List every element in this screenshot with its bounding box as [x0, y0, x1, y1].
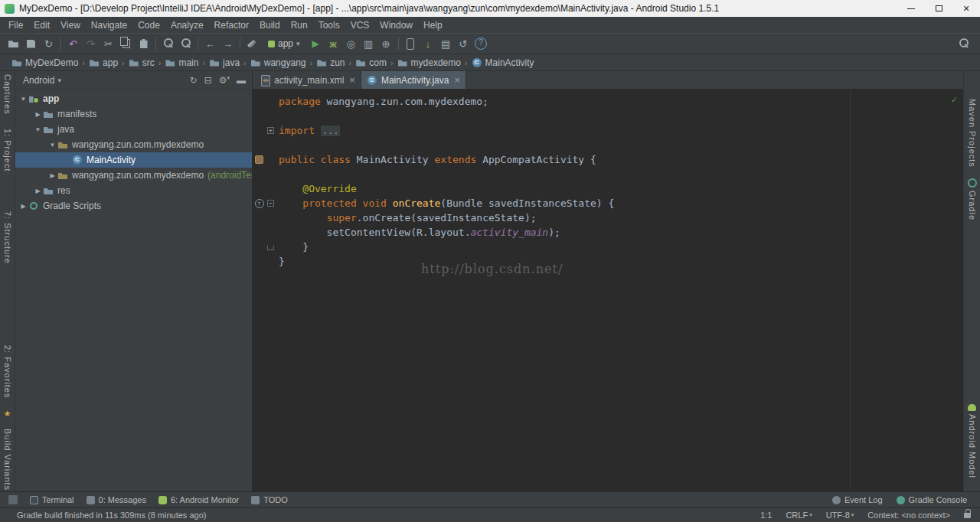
code-line[interactable]: package wangyang.zun.com.mydexdemo; — [279, 94, 963, 109]
fold-collapse-icon[interactable]: − — [267, 200, 274, 207]
inspection-status-icon[interactable]: ✓ — [952, 94, 957, 105]
bottom-tool-6-android-monitor[interactable]: 6: Android Monitor — [153, 492, 244, 507]
attach-debugger-icon[interactable] — [377, 35, 395, 52]
menu-item-analyze[interactable]: Analyze — [165, 20, 209, 31]
menu-item-navigate[interactable]: Navigate — [86, 20, 132, 31]
expand-arrow-icon[interactable]: ▼ — [33, 126, 43, 133]
sdk-manager-icon[interactable] — [420, 35, 437, 52]
paste-icon[interactable] — [135, 35, 152, 52]
open-icon[interactable] — [5, 35, 22, 52]
settings-icon[interactable]: ⚙ — [219, 75, 230, 85]
breadcrumb-wangyang[interactable]: wangyang — [250, 57, 307, 68]
run-config-selector[interactable]: app▾ — [263, 36, 305, 51]
tool-button-android-model[interactable]: Android Model — [968, 414, 977, 478]
sync-icon[interactable]: ↻ — [190, 76, 198, 85]
expand-arrow-icon[interactable]: ▶ — [47, 172, 57, 179]
menu-item-code[interactable]: Code — [132, 20, 165, 31]
tree-item-java[interactable]: ▼java — [15, 122, 252, 137]
menu-item-refactor[interactable]: Refactor — [209, 20, 254, 31]
close-tab-icon[interactable]: × — [349, 74, 355, 86]
android-icon[interactable] — [968, 404, 976, 411]
code-line[interactable] — [279, 138, 963, 152]
fold-end-icon[interactable] — [267, 246, 274, 250]
debug-icon[interactable] — [325, 35, 342, 52]
code-line[interactable]: import ... — [279, 123, 963, 138]
gradle-icon[interactable] — [968, 178, 977, 188]
close-button[interactable]: × — [952, 0, 980, 17]
bottom-tool-todo[interactable]: TODO — [246, 492, 293, 507]
help-icon[interactable] — [472, 35, 490, 52]
code-line[interactable]: super.onCreate(savedInstanceState); — [279, 210, 963, 225]
breadcrumb-mydexdemo[interactable]: MyDexDemo — [11, 57, 79, 68]
tree-item-wangyang-zun-com-mydexdemo-androidtest[interactable]: ▶wangyang.zun.com.mydexdemo(androidTest) — [15, 168, 252, 183]
forward-icon[interactable] — [219, 35, 237, 52]
tree-item-wangyang-zun-com-mydexdemo[interactable]: ▼wangyang.zun.com.mydexdemo — [15, 137, 252, 152]
menu-item-help[interactable]: Help — [418, 20, 448, 31]
code-line[interactable] — [279, 109, 963, 123]
code-area[interactable]: package wangyang.zun.com.mydexdemo; impo… — [276, 90, 963, 491]
profiler-icon[interactable] — [360, 35, 377, 52]
tree-item-gradle-scripts[interactable]: ▶Gradle Scripts — [15, 198, 252, 214]
code-line[interactable] — [279, 167, 963, 181]
cut-icon[interactable] — [100, 35, 117, 52]
menu-item-window[interactable]: Window — [374, 20, 418, 31]
lock-icon[interactable] — [964, 513, 971, 518]
tab-mainactivity-java[interactable]: MainActivity.java× — [361, 71, 466, 89]
expand-arrow-icon[interactable]: ▼ — [18, 96, 28, 103]
collapse-all-icon[interactable]: ⊟ — [204, 76, 212, 85]
tool-button-7-structure[interactable]: 7: Structure — [3, 211, 12, 264]
override-gutter-icon[interactable]: ↑ — [255, 199, 264, 208]
breadcrumb-java[interactable]: java — [208, 57, 240, 68]
tree-item-mainactivity[interactable]: MainActivity — [15, 152, 252, 168]
breadcrumb-mainactivity[interactable]: MainActivity — [471, 57, 535, 68]
hide-icon[interactable]: ▬ — [237, 76, 246, 85]
menu-item-view[interactable]: View — [55, 20, 86, 31]
back-icon[interactable] — [201, 35, 219, 52]
star-icon[interactable] — [4, 406, 11, 419]
find-icon[interactable] — [159, 35, 177, 52]
tool-button-build-variants[interactable]: Build Variants — [3, 429, 12, 491]
context-indicator[interactable]: Context: <no context> — [867, 511, 950, 520]
editor[interactable]: +↑− package wangyang.zun.com.mydexdemo; … — [253, 90, 963, 491]
breadcrumb-zun[interactable]: zun — [315, 57, 345, 68]
breadcrumb-com[interactable]: com — [354, 57, 387, 68]
tool-button-2-favorites[interactable]: 2: Favorites — [3, 345, 12, 398]
tree-item-manifests[interactable]: ▶manifests — [15, 106, 252, 122]
expand-arrow-icon[interactable]: ▶ — [18, 203, 28, 210]
caret-position[interactable]: 1:1 — [760, 511, 772, 520]
tool-button-maven-projects[interactable]: Maven Projects — [968, 99, 977, 168]
expand-arrow-icon[interactable]: ▶ — [33, 111, 43, 118]
class-gutter-icon[interactable] — [255, 155, 263, 164]
toolwindow-switcher[interactable] — [3, 492, 23, 507]
bottom-tool-terminal[interactable]: Terminal — [24, 492, 80, 507]
menu-item-run[interactable]: Run — [286, 20, 313, 31]
search-icon[interactable] — [955, 35, 972, 52]
close-tab-icon[interactable]: × — [454, 74, 460, 86]
menu-item-tools[interactable]: Tools — [313, 20, 345, 31]
make-icon[interactable] — [243, 35, 261, 52]
fold-expand-icon[interactable]: + — [267, 127, 274, 134]
code-line[interactable]: setContentView(R.layout.activity_main); — [279, 225, 963, 240]
coverage-icon[interactable] — [342, 35, 360, 52]
tool-button-gradle[interactable]: Gradle — [968, 191, 977, 220]
device-monitor-icon[interactable] — [437, 35, 455, 52]
code-line[interactable]: protected void onCreate(Bundle savedInst… — [279, 196, 963, 210]
breadcrumb-src[interactable]: src — [128, 57, 155, 68]
tool-button-captures[interactable]: Captures — [3, 74, 12, 115]
bottom-tool-0-messages[interactable]: 0: Messages — [81, 492, 152, 507]
replace-icon[interactable] — [177, 35, 194, 52]
tab-activity-main-xml[interactable]: activity_main.xml× — [254, 71, 361, 89]
sync-icon[interactable] — [40, 35, 57, 52]
status-message[interactable]: Gradle build finished in 11s 309ms (8 mi… — [17, 511, 206, 520]
maximize-button[interactable] — [925, 0, 952, 17]
bottom-tool-event-log[interactable]: Event Log — [827, 492, 888, 507]
line-ending-selector[interactable]: CRLF▾ — [786, 511, 812, 520]
gradle-sync-icon[interactable] — [455, 35, 472, 52]
menu-item-file[interactable]: File — [3, 20, 28, 31]
breadcrumb-app[interactable]: app — [88, 57, 119, 68]
menu-item-vcs[interactable]: VCS — [345, 20, 375, 31]
redo-icon[interactable] — [82, 35, 100, 52]
breadcrumb-mydexdemo[interactable]: mydexdemo — [397, 57, 462, 68]
undo-icon[interactable] — [64, 35, 82, 52]
code-line[interactable]: public class MainActivity extends AppCom… — [279, 152, 963, 167]
